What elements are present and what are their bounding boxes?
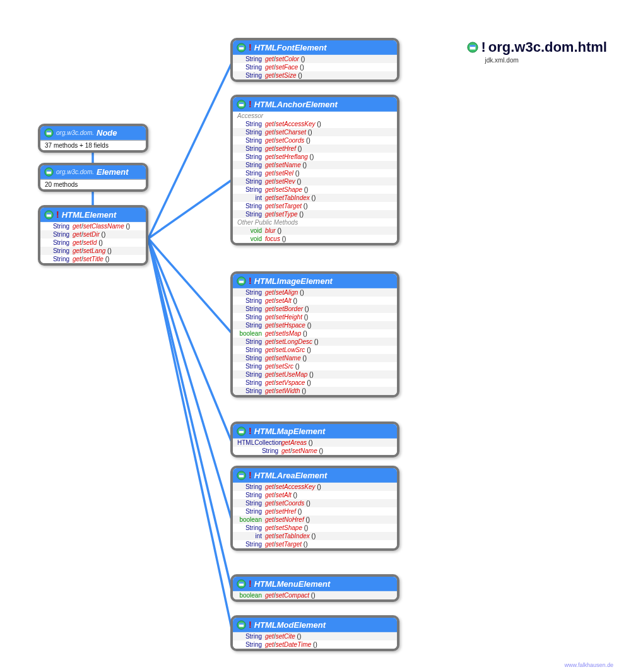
- method-signature: get/setCite (): [265, 633, 301, 640]
- method-row: Stringget/setClassName (): [40, 222, 146, 230]
- return-type: int: [237, 533, 265, 539]
- method-signature: get/setShape (): [265, 524, 308, 531]
- return-type: String: [237, 500, 265, 507]
- return-type: String: [237, 379, 265, 386]
- method-signature: get/setNoHref (): [265, 516, 310, 523]
- method-row: Stringget/setFace (): [233, 63, 397, 71]
- method-signature: get/setDir (): [73, 231, 105, 238]
- class-box-htmlelement: ! HTMLElement Stringget/setClassName ()S…: [38, 205, 148, 266]
- class-name: HTMLMenuElement: [254, 579, 331, 589]
- method-row: voidblur (): [233, 227, 397, 235]
- return-type: String: [237, 121, 265, 127]
- deprecated-marker: !: [481, 39, 485, 56]
- return-type: String: [45, 231, 73, 238]
- method-row: HTMLCollectiongetAreas (): [233, 439, 397, 447]
- method-signature: get/setLang (): [73, 247, 112, 254]
- method-row: Stringget/setTarget (): [233, 202, 397, 210]
- class-header[interactable]: ! HTMLModElement: [233, 618, 397, 632]
- svg-rect-26: [239, 102, 244, 103]
- class-name: HTMLModElement: [254, 620, 326, 630]
- method-signature: get/setIsMap (): [265, 330, 307, 337]
- method-signature: get/setAlt (): [265, 297, 297, 304]
- return-type: boolean: [237, 516, 265, 523]
- return-type: String: [237, 633, 265, 640]
- method-signature: get/setShape (): [265, 186, 308, 193]
- return-type: String: [237, 387, 265, 394]
- return-type: String: [237, 211, 265, 218]
- return-type: String: [237, 56, 265, 62]
- method-row: Stringget/setBorder (): [233, 305, 397, 313]
- method-row: Stringget/setHref (): [233, 507, 397, 516]
- method-signature: get/setAlign (): [265, 289, 304, 296]
- return-type: String: [237, 524, 265, 531]
- method-row: Stringget/setHeight (): [233, 313, 397, 321]
- return-type: String: [237, 305, 265, 312]
- package-title-block: ! org.w3c.dom.html jdk.xml.dom: [467, 39, 607, 64]
- method-row: Stringget/setSrc (): [233, 362, 397, 370]
- return-type: String: [237, 137, 265, 144]
- method-row: Stringget/setCharset (): [233, 128, 397, 136]
- class-box-htmlareaelement: ! HTMLAreaElementStringget/setAccessKey …: [230, 466, 399, 551]
- class-header[interactable]: ! HTMLMapElement: [233, 424, 397, 439]
- method-row: intget/setTabIndex (): [233, 532, 397, 540]
- deprecated-marker: !: [249, 579, 252, 589]
- class-header-element[interactable]: org.w3c.dom.Element: [40, 165, 146, 179]
- method-signature: get/setRel (): [265, 170, 300, 177]
- return-type: String: [237, 508, 265, 515]
- svg-rect-14: [47, 131, 52, 133]
- method-row: Stringget/setTarget (): [233, 540, 397, 548]
- class-header[interactable]: ! HTMLFontElement: [233, 40, 397, 55]
- method-signature: get/setCoords (): [265, 500, 310, 507]
- class-header-htmlelement[interactable]: ! HTMLElement: [40, 208, 146, 222]
- class-header-node[interactable]: org.w3c.dom.Node: [40, 126, 146, 140]
- method-row: booleanget/setNoHref (): [233, 516, 397, 524]
- method-row: Stringget/setWidth (): [233, 387, 397, 395]
- return-type: String: [237, 203, 265, 209]
- return-type: String: [237, 641, 265, 648]
- module-name: jdk.xml.dom: [467, 57, 607, 64]
- svg-rect-11: [470, 45, 476, 47]
- return-type: String: [45, 223, 73, 230]
- class-header[interactable]: ! HTMLMenuElement: [233, 577, 397, 591]
- method-signature: get/setHspace (): [265, 322, 311, 329]
- method-row: voidfocus (): [233, 235, 397, 243]
- method-signature: get/setLowSrc (): [265, 346, 311, 353]
- return-type: String: [45, 239, 73, 246]
- class-box-htmlanchorelement: ! HTMLAnchorElementAccessorStringget/set…: [230, 95, 399, 245]
- method-row: Stringget/setId (): [40, 239, 146, 247]
- interface-icon: [237, 579, 246, 589]
- return-type: String: [237, 153, 265, 160]
- method-row: Stringget/setSize (): [233, 71, 397, 80]
- deprecated-marker: !: [56, 209, 59, 220]
- method-signature: get/setSize (): [265, 72, 302, 79]
- method-row: Stringget/setAlt (): [233, 297, 397, 305]
- method-signature: get/setHreflang (): [265, 153, 314, 160]
- method-row: Stringget/setShape (): [233, 186, 397, 194]
- method-row: Stringget/setAlign (): [233, 288, 397, 297]
- method-row: Stringget/setLongDesc (): [233, 338, 397, 346]
- return-type: String: [237, 483, 265, 490]
- method-row: Stringget/setDateTime (): [233, 640, 397, 649]
- class-header[interactable]: ! HTMLImageElement: [233, 274, 397, 288]
- return-type: String: [237, 145, 265, 152]
- method-row: Stringget/setRev (): [233, 177, 397, 186]
- deprecated-marker: !: [249, 620, 252, 630]
- svg-rect-20: [47, 213, 52, 214]
- return-type: String: [237, 338, 265, 345]
- class-name: Node: [97, 128, 117, 138]
- deprecated-marker: !: [249, 276, 252, 286]
- class-summary: 37 methods + 18 fields: [40, 140, 146, 150]
- class-box-htmlmenuelement: ! HTMLMenuElementbooleanget/setCompact (…: [230, 574, 399, 602]
- return-type: String: [237, 289, 265, 296]
- method-row: Stringget/setHref (): [233, 144, 397, 153]
- class-box-htmlfontelement: ! HTMLFontElementStringget/setColor ()St…: [230, 38, 399, 82]
- svg-line-0: [148, 61, 233, 239]
- class-header[interactable]: ! HTMLAnchorElement: [233, 97, 397, 112]
- method-row: Stringget/setTitle (): [40, 255, 146, 263]
- svg-rect-35: [239, 473, 244, 475]
- class-header[interactable]: ! HTMLAreaElement: [233, 468, 397, 483]
- section-label: Accessor: [233, 112, 397, 120]
- method-signature: get/setCoords (): [265, 137, 310, 144]
- class-name: HTMLFontElement: [254, 43, 327, 52]
- interface-icon: [44, 210, 54, 220]
